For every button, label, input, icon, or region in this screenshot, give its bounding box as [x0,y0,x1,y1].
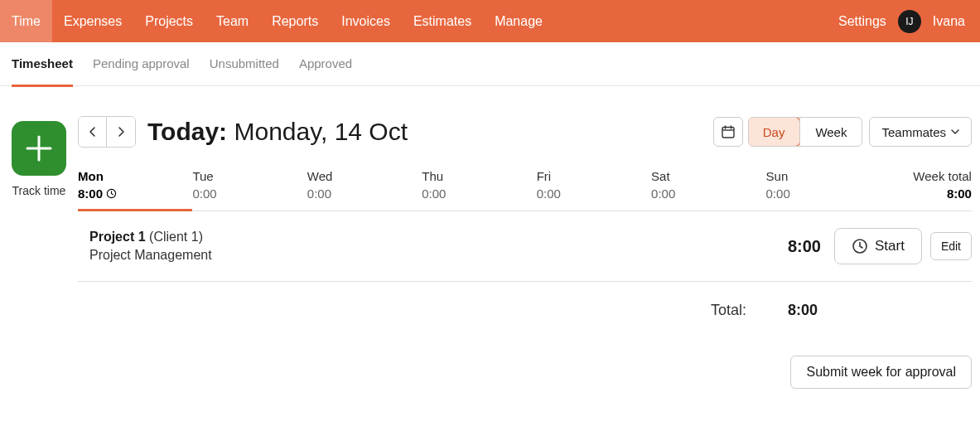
tab-unsubmitted[interactable]: Unsubmitted [210,42,279,87]
day-time: 0:00 [422,186,536,201]
day-fri[interactable]: Fri 0:00 [537,169,651,211]
tab-pending-approval[interactable]: Pending approval [93,42,190,87]
subtabs: Timesheet Pending approval Unsubmitted A… [0,42,980,86]
day-name: Sun [766,169,881,183]
time-entry-row: Project 1 (Client 1) Project Management … [78,211,972,282]
week-total-label: Week total [881,169,972,183]
plus-icon [22,132,56,165]
nav-invoices[interactable]: Invoices [330,0,402,42]
nav-manage[interactable]: Manage [483,0,554,42]
nav-username[interactable]: Ivana [933,14,965,29]
main: Track time Today: Monday, 14 Oct Da [0,86,980,389]
entry-task: Project Management [89,248,746,263]
entry-hours: 8:00 [746,237,821,256]
chevron-down-icon [951,128,959,136]
start-label: Start [875,238,905,254]
submit-row: Submit week for approval [78,356,972,389]
tab-timesheet[interactable]: Timesheet [12,42,73,87]
chevron-right-icon [115,126,127,138]
track-time-label: Track time [0,184,78,197]
page-title: Today: Monday, 14 Oct [147,118,408,146]
entry-project: Project 1 [89,230,146,244]
nav-reports[interactable]: Reports [260,0,330,42]
page-title-date: Monday, 14 Oct [234,118,408,145]
header-row: Today: Monday, 14 Oct Day Week Teammates [78,116,972,148]
submit-week-button[interactable]: Submit week for approval [790,356,972,389]
view-toggle: Day Week [748,117,863,147]
avatar[interactable]: IJ [898,10,921,33]
topnav: Time Expenses Projects Team Reports Invo… [0,0,980,42]
view-day[interactable]: Day [748,117,801,147]
nav-settings[interactable]: Settings [838,14,886,29]
day-time: 0:00 [307,186,422,201]
start-button[interactable]: Start [834,228,922,264]
day-name: Fri [537,169,651,183]
calendar-button[interactable] [713,117,743,147]
date-nav [78,116,136,148]
teammates-button[interactable]: Teammates [869,117,972,147]
day-name: Wed [307,169,422,183]
svg-rect-0 [722,128,734,138]
day-sun[interactable]: Sun 0:00 [766,169,881,211]
nav-team[interactable]: Team [205,0,260,42]
next-day-button[interactable] [107,117,135,147]
tab-approved[interactable]: Approved [299,42,352,87]
day-time: 0:00 [537,186,651,201]
day-time: 0:00 [651,186,765,201]
total-label: Total: [711,302,746,319]
nav-projects[interactable]: Projects [133,0,205,42]
total-value: 8:00 [771,302,818,319]
view-week[interactable]: Week [799,118,862,146]
entry-client: (Client 1) [149,230,203,244]
week-total: Week total 8:00 [881,169,972,211]
content: Today: Monday, 14 Oct Day Week Teammates… [78,116,980,389]
day-tue[interactable]: Tue 0:00 [192,169,307,211]
prev-day-button[interactable] [79,117,107,147]
day-sat[interactable]: Sat 0:00 [651,169,765,211]
page-title-today: Today: [147,118,227,145]
topnav-right: Settings IJ Ivana [838,10,980,33]
nav-estimates[interactable]: Estimates [402,0,483,42]
nav-time[interactable]: Time [0,0,52,42]
day-wed[interactable]: Wed 0:00 [307,169,422,211]
day-name: Tue [192,169,307,183]
day-time: 8:00 [78,186,192,201]
day-strip: Mon 8:00 Tue 0:00 Wed 0:00 Thu 0:00 Fri … [78,169,972,211]
topnav-left: Time Expenses Projects Team Reports Invo… [0,0,554,42]
nav-expenses[interactable]: Expenses [52,0,133,42]
clock-icon [852,238,868,254]
side-column: Track time [0,116,78,389]
calendar-icon [721,124,736,139]
track-time-button[interactable] [12,121,66,176]
total-row: Total: 8:00 [78,282,972,339]
day-name: Mon [78,169,192,183]
day-time: 0:00 [766,186,881,201]
clock-icon [106,188,117,199]
day-name: Sat [651,169,765,183]
day-thu[interactable]: Thu 0:00 [422,169,536,211]
day-name: Thu [422,169,536,183]
day-mon[interactable]: Mon 8:00 [78,169,192,211]
chevron-left-icon [87,126,99,138]
entry-info: Project 1 (Client 1) Project Management [89,230,746,263]
edit-button[interactable]: Edit [930,232,972,260]
week-total-time: 8:00 [881,186,972,201]
day-time: 0:00 [192,186,307,201]
teammates-label: Teammates [881,125,946,139]
